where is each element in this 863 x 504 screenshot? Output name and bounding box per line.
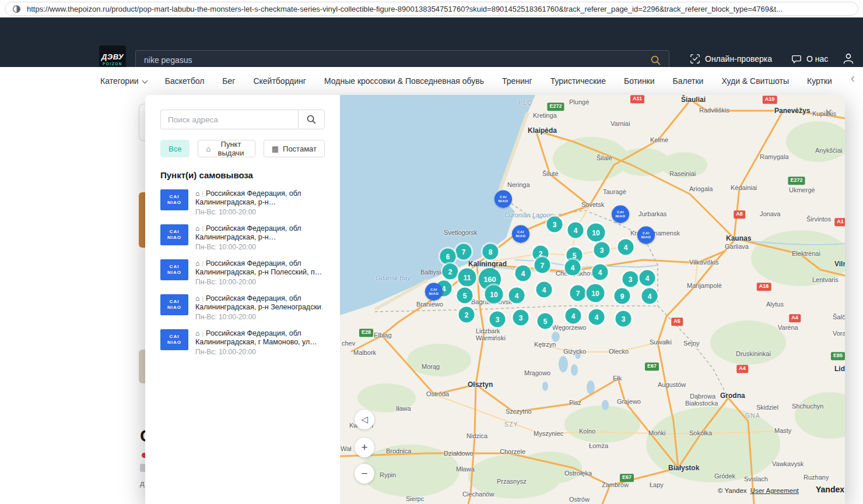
map-label: Širvintos xyxy=(806,216,831,223)
filter-chip-1[interactable]: ⌂Пункт выдачи xyxy=(198,140,255,157)
pickup-hours: Пн-Вс: 10:00-20:00 xyxy=(195,278,322,286)
map-label: GNA xyxy=(745,413,760,419)
map-label: Varėna xyxy=(778,324,798,331)
map-label: Ciechanów xyxy=(462,491,494,498)
map-label: Ostróda xyxy=(426,390,449,397)
map-label: SZY xyxy=(504,421,518,428)
pickup-pin-marker[interactable]: CAINIAO xyxy=(637,227,655,244)
pickup-point-item[interactable]: CAINIAO⌂|Российская Федерация, облКалини… xyxy=(160,189,325,216)
map-label: Panevėžys xyxy=(774,107,810,115)
cluster-marker[interactable]: 3 xyxy=(594,242,610,258)
cluster-marker[interactable]: 4 xyxy=(568,223,584,238)
about-link[interactable]: О нас xyxy=(791,54,828,64)
map-label: Grajewo xyxy=(617,398,641,405)
cluster-marker[interactable]: 8 xyxy=(483,244,499,260)
address-search-input[interactable] xyxy=(160,110,298,129)
cluster-marker[interactable]: 9 xyxy=(615,288,630,304)
cluster-marker[interactable]: 3 xyxy=(616,311,632,327)
pickup-pin-marker[interactable]: CAINIAO xyxy=(494,191,512,208)
pickup-address-line1: Российская Федерация, обл xyxy=(206,329,301,337)
map-label: Giżycko xyxy=(563,348,586,355)
pickup-address-line2: Калининградская, р-н Зеленоградски… xyxy=(195,303,322,311)
locate-button[interactable]: ◁ xyxy=(355,410,374,429)
cluster-marker[interactable]: 6 xyxy=(440,249,456,265)
cluster-marker[interactable]: 4 xyxy=(536,282,552,298)
pickup-pin-marker[interactable]: CAINIAO xyxy=(612,206,629,223)
url-text[interactable]: https://www.thepoizon.ru/product/pop-mar… xyxy=(27,5,783,13)
filter-chip-0[interactable]: Все xyxy=(160,140,190,157)
map-label: Jonava xyxy=(760,210,780,217)
pickup-pin-marker[interactable]: CAINIAO xyxy=(512,225,529,243)
cluster-marker[interactable]: 4 xyxy=(566,308,581,324)
filter-chip-2[interactable]: ▦Постамат xyxy=(264,140,325,157)
cluster-marker[interactable]: 2 xyxy=(459,307,475,323)
cluster-marker[interactable]: 4 xyxy=(589,309,605,325)
pickup-point-item[interactable]: CAINIAO⌂|Российская Федерация, облКалини… xyxy=(160,329,325,356)
nav-item-7[interactable]: Ботинки xyxy=(624,76,655,86)
map[interactable]: PLQKretingaPlungėVarniaiŠiauliaiRadviliš… xyxy=(340,95,845,504)
zoom-out-button[interactable]: − xyxy=(355,464,374,484)
map-label: Morąg xyxy=(422,363,440,370)
cluster-marker[interactable]: 3 xyxy=(547,217,563,232)
map-label: Braniewo xyxy=(416,301,443,308)
site-info-icon[interactable] xyxy=(12,5,21,13)
cluster-marker[interactable]: 5 xyxy=(457,288,473,304)
map-label: Węgorzewo xyxy=(552,324,586,331)
cluster-marker[interactable]: 4 xyxy=(509,288,525,304)
nav-item-9[interactable]: Худи & Свитшоты xyxy=(721,76,789,86)
nav-item-1[interactable]: Баскетбол xyxy=(165,76,205,86)
nav-item-10[interactable]: Куртки xyxy=(807,76,832,86)
map-label: Elektrėnai xyxy=(792,250,820,257)
nav-scroll-arrow[interactable]: ‹ xyxy=(846,72,855,85)
cluster-marker[interactable]: 7 xyxy=(456,244,472,260)
cluster-marker[interactable]: 7 xyxy=(570,286,586,301)
cluster-marker[interactable]: 5 xyxy=(538,313,553,329)
nav-item-0[interactable]: Категории xyxy=(100,76,147,86)
cluster-marker[interactable]: 4 xyxy=(640,270,655,286)
zoom-in-button[interactable]: + xyxy=(355,438,374,457)
cluster-marker[interactable]: 7 xyxy=(535,258,550,273)
yandex-logo[interactable]: Yandex xyxy=(816,485,844,494)
cluster-marker[interactable]: 10 xyxy=(485,286,503,304)
map-label: Plungė xyxy=(569,98,589,105)
pickup-point-item[interactable]: CAINIAO⌂|Российская Федерация, облКалини… xyxy=(160,294,325,321)
nav-item-2[interactable]: Бег xyxy=(222,76,235,86)
nav-item-8[interactable]: Балетки xyxy=(673,76,704,86)
close-icon[interactable]: ✕ xyxy=(822,105,836,119)
map-label: PLQ xyxy=(518,100,533,106)
pickup-point-item[interactable]: CAINIAO⌂|Российская Федерация, облКалини… xyxy=(160,259,325,286)
cluster-marker[interactable]: 3 xyxy=(513,310,529,326)
cluster-marker[interactable]: 10 xyxy=(587,224,605,242)
nav-item-4[interactable]: Модные кроссовки & Повседневная обувь xyxy=(324,76,484,86)
pickup-modal: Все⌂Пункт выдачи▦Постамат Пункт(и) самов… xyxy=(145,95,845,504)
account-button[interactable] xyxy=(842,52,855,65)
map-label: Malbork xyxy=(353,349,376,356)
cluster-marker[interactable]: 4 xyxy=(592,265,608,280)
cluster-marker[interactable]: 3 xyxy=(490,312,506,327)
nav-item-6[interactable]: Туристические xyxy=(550,76,606,86)
nav-item-5[interactable]: Тренинг xyxy=(502,76,532,86)
url-bar[interactable]: https://www.thepoizon.ru/product/pop-mar… xyxy=(5,2,858,16)
online-check-link[interactable]: Онлайн-проверка xyxy=(690,54,772,64)
nav-item-3[interactable]: Скейтбординг xyxy=(253,76,306,86)
address-search-button[interactable] xyxy=(298,110,325,129)
cluster-marker[interactable]: 4 xyxy=(515,266,531,281)
cluster-marker[interactable]: 3 xyxy=(623,272,639,287)
cluster-marker[interactable]: 4 xyxy=(618,239,634,255)
map-label: Kretinga xyxy=(533,112,557,119)
road-badge: E28 xyxy=(359,329,373,337)
cluster-marker[interactable]: 4 xyxy=(565,260,581,276)
search-icon[interactable] xyxy=(650,55,661,66)
map-label: Šiauliai xyxy=(681,96,706,104)
pickup-point-item[interactable]: CAINIAO⌂|Российская Федерация, облКалини… xyxy=(160,224,325,251)
cluster-marker[interactable]: 2 xyxy=(443,264,458,280)
road-badge: A8 xyxy=(734,210,745,218)
pickup-pin-marker[interactable]: CAINIAO xyxy=(425,283,443,301)
cluster-marker[interactable]: 10 xyxy=(587,284,605,302)
user-agreement-link[interactable]: User Agreement xyxy=(750,487,799,494)
map-label: Svislach xyxy=(744,475,768,482)
cluster-marker[interactable]: 4 xyxy=(642,288,658,304)
site-header: ДЭВУ POIZON Онлайн-проверка О нас xyxy=(0,17,863,67)
cluster-marker[interactable]: 11 xyxy=(458,269,476,287)
header-search-input[interactable] xyxy=(136,55,650,65)
